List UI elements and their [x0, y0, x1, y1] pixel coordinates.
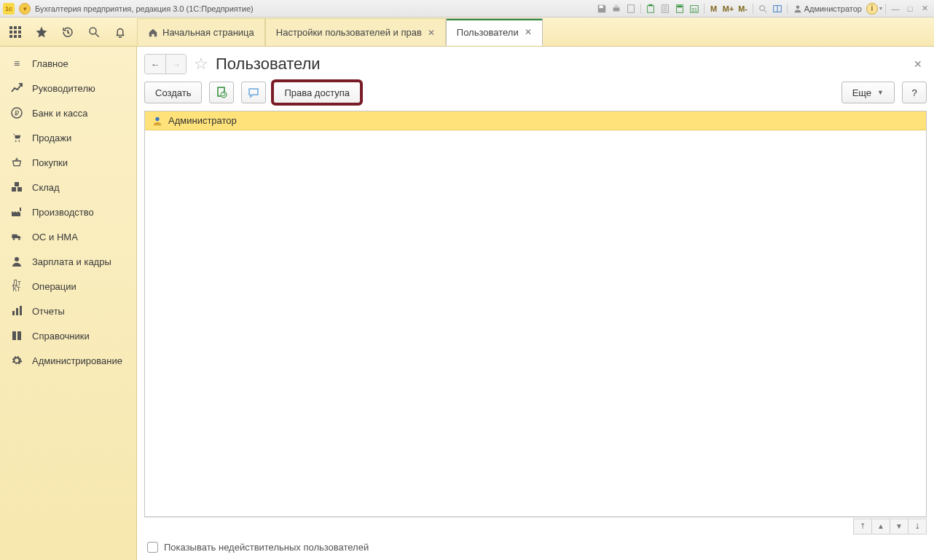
sidebar-item-production[interactable]: Производство	[0, 200, 136, 224]
chat-button[interactable]	[241, 82, 266, 103]
svg-rect-22	[9, 35, 12, 38]
sidebar-item-purchases[interactable]: Покупки	[0, 150, 136, 175]
help-button[interactable]: ?	[902, 82, 927, 103]
svg-rect-32	[17, 187, 22, 192]
svg-rect-31	[12, 187, 16, 192]
current-user[interactable]: Администратор	[790, 4, 865, 13]
bars-icon	[10, 304, 23, 318]
separator	[640, 4, 641, 14]
gear-icon	[10, 354, 23, 367]
svg-rect-20	[14, 31, 17, 33]
sidebar-item-reports[interactable]: Отчеты	[0, 299, 136, 323]
svg-rect-38	[12, 311, 15, 315]
svg-point-42	[221, 92, 227, 98]
doc-icon[interactable]	[624, 2, 637, 15]
app-logo-icon: 1c	[3, 3, 15, 15]
favorite-star-icon[interactable]: ☆	[194, 55, 208, 74]
scroll-down-button[interactable]: ▼	[890, 518, 909, 535]
print-icon[interactable]	[610, 2, 623, 15]
save-icon[interactable]	[595, 2, 608, 15]
user-icon	[793, 4, 802, 13]
sidebar-item-label: Склад	[32, 182, 60, 193]
factory-icon	[10, 205, 23, 218]
show-inactive-row: Показывать недействительных пользователе…	[144, 535, 927, 554]
sidebar-item-label: Руководителю	[32, 83, 95, 94]
svg-line-12	[764, 9, 766, 12]
access-rights-label: Права доступа	[284, 87, 350, 98]
scroll-up-button[interactable]: ▲	[871, 518, 890, 535]
svg-rect-17	[14, 26, 17, 29]
window-maximize[interactable]: □	[903, 2, 917, 15]
calendar-icon[interactable]: 31	[688, 2, 701, 15]
svg-point-25	[90, 28, 96, 34]
apps-grid-icon[interactable]	[7, 24, 23, 40]
sidebar-item-warehouse[interactable]: Склад	[0, 175, 136, 200]
memory-mplus-button[interactable]: M+	[722, 2, 735, 15]
search-icon[interactable]	[86, 24, 102, 40]
nav-back-button[interactable]: ←	[145, 55, 165, 74]
list-row[interactable]: Администратор	[145, 111, 926, 130]
export-icon[interactable]	[659, 2, 672, 15]
tab-label: Настройки пользователей и прав	[276, 27, 422, 38]
tab-users[interactable]: Пользователи ✕	[446, 18, 543, 46]
scroll-bottom-button[interactable]: ⤓	[908, 518, 927, 535]
separator	[753, 4, 753, 14]
svg-rect-39	[16, 308, 18, 315]
sidebar-item-label: Главное	[32, 58, 68, 69]
page-title: Пользователи	[216, 55, 321, 74]
sidebar-item-bank[interactable]: ₽ Банк и касса	[0, 100, 136, 125]
svg-rect-40	[20, 306, 22, 315]
info-icon[interactable]: i	[866, 3, 878, 15]
more-button[interactable]: Еще ▼	[841, 82, 895, 103]
access-rights-button[interactable]: Права доступа	[273, 82, 361, 103]
scroll-top-button[interactable]: ⤒	[853, 518, 872, 535]
svg-rect-33	[15, 182, 19, 186]
memory-mminus-button[interactable]: M-	[737, 2, 750, 15]
nav-forward-button[interactable]: →	[165, 55, 186, 74]
operations-icon: ДтКт	[10, 280, 23, 293]
svg-rect-18	[18, 26, 21, 29]
svg-point-29	[15, 141, 17, 142]
quick-access-bar	[0, 17, 137, 46]
sidebar-item-label: Производство	[32, 207, 94, 218]
calculator-icon[interactable]	[673, 2, 686, 15]
clipboard-icon[interactable]	[644, 2, 657, 15]
history-icon[interactable]	[60, 24, 76, 40]
sidebar-item-label: Зарплата и кадры	[32, 256, 111, 267]
sidebar-item-label: Справочники	[32, 331, 90, 342]
show-inactive-label: Показывать недействительных пользователе…	[164, 542, 369, 553]
sidebar-item-manager[interactable]: Руководителю	[0, 76, 136, 100]
bell-icon[interactable]	[112, 24, 128, 40]
tab-close-icon[interactable]: ✕	[428, 28, 435, 38]
sidebar-item-administration[interactable]: Администрирование	[0, 348, 136, 373]
chart-up-icon	[10, 82, 23, 95]
info-dropdown-icon[interactable]: ▾	[879, 5, 882, 12]
window-minimize[interactable]: —	[889, 2, 902, 15]
sidebar-item-assets[interactable]: ОС и НМА	[0, 224, 136, 249]
panels-icon[interactable]	[771, 2, 784, 15]
create-button[interactable]: Создать	[144, 82, 202, 103]
window-close[interactable]: ✕	[918, 2, 931, 15]
page-close-icon[interactable]: ✕	[911, 55, 925, 73]
sidebar-item-main[interactable]: ≡ Главное	[0, 51, 136, 76]
sidebar-item-payroll[interactable]: Зарплата и кадры	[0, 249, 136, 274]
memory-m-button[interactable]: M	[707, 2, 721, 15]
sidebar-item-operations[interactable]: ДтКт Операции	[0, 274, 136, 299]
show-inactive-checkbox[interactable]	[147, 542, 158, 553]
tab-user-settings[interactable]: Настройки пользователей и прав ✕	[265, 18, 446, 46]
svg-rect-2	[614, 4, 618, 7]
svg-point-37	[15, 257, 19, 261]
favorites-star-icon[interactable]	[34, 24, 50, 40]
chat-icon	[248, 87, 259, 98]
app-menu-dropdown[interactable]: ▾	[19, 3, 31, 15]
person-icon	[10, 255, 23, 268]
tab-home[interactable]: Начальная страница	[137, 18, 265, 46]
sidebar-item-label: ОС и НМА	[32, 232, 78, 242]
sidebar-item-sales[interactable]: Продажи	[0, 125, 136, 150]
zoom-icon[interactable]	[756, 2, 769, 15]
tab-close-icon[interactable]: ✕	[525, 27, 532, 37]
svg-text:₽: ₽	[15, 109, 20, 117]
sidebar-item-references[interactable]: Справочники	[0, 323, 136, 348]
refresh-list-button[interactable]	[209, 82, 234, 103]
main-wrap: ≡ Главное Руководителю ₽ Банк и касса Пр…	[0, 47, 934, 560]
